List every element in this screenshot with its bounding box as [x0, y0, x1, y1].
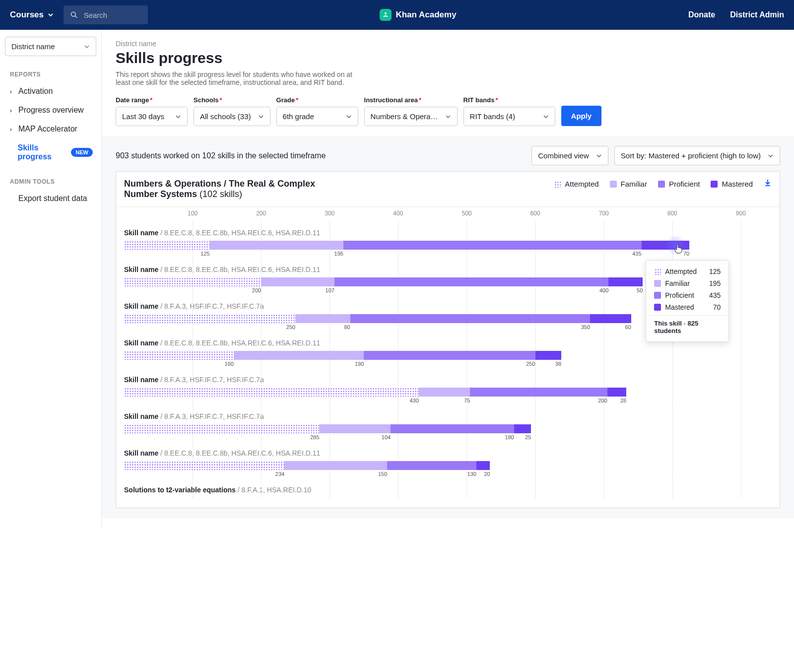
- bar-segment-proficient[interactable]: 435: [343, 241, 642, 250]
- segment-value: 400: [599, 287, 608, 293]
- bar-segment-attempted[interactable]: 200: [124, 277, 261, 286]
- tooltip-row: Proficient435: [654, 291, 721, 299]
- bar-segment-proficient[interactable]: 250: [364, 351, 535, 360]
- skill-label: Solutions to t2-variable equations / 8.F…: [124, 486, 772, 494]
- filter-grade: Grade* 6th grade: [276, 96, 358, 126]
- bar-segment-mastered[interactable]: 60: [590, 314, 631, 323]
- segment-value: 285: [310, 434, 319, 440]
- bar-segment-mastered[interactable]: 20: [476, 461, 490, 470]
- sidebar-item-progress-overview[interactable]: ›Progress overview: [5, 101, 96, 120]
- sidebar-item-export-student-data[interactable]: Export student data: [5, 189, 96, 208]
- bar-segment-attempted[interactable]: 234: [124, 461, 284, 470]
- segment-value: 25: [525, 434, 531, 440]
- chart-area: 903 students worked on 102 skills in the…: [102, 136, 794, 518]
- segment-value: 104: [382, 434, 391, 440]
- bar-segment-attempted[interactable]: 430: [124, 388, 419, 397]
- courses-dropdown[interactable]: Courses: [10, 10, 54, 20]
- grade-select[interactable]: 6th grade: [276, 107, 358, 126]
- bar-segment-mastered[interactable]: 50: [608, 277, 643, 286]
- bar-segment-familiar[interactable]: 107: [261, 277, 334, 286]
- date-range-select[interactable]: Last 30 days: [116, 107, 188, 126]
- bar-segment-proficient[interactable]: 350: [350, 314, 590, 323]
- bar-segment-familiar[interactable]: 195: [210, 241, 343, 250]
- bar-segment-attempted[interactable]: 160: [124, 351, 234, 360]
- swatch-attempted-icon: [654, 268, 661, 275]
- stacked-bar[interactable]: 20010740050: [124, 277, 643, 286]
- segment-value: 28: [620, 398, 626, 403]
- axis-tick: 200: [256, 210, 266, 217]
- bar-segment-mastered[interactable]: 38: [535, 351, 561, 360]
- bar-segment-proficient[interactable]: 400: [334, 277, 608, 286]
- bar-segment-familiar[interactable]: 75: [419, 388, 470, 397]
- segment-value: 200: [252, 287, 261, 293]
- segment-value: 234: [275, 471, 284, 477]
- search-input[interactable]: [84, 11, 141, 19]
- swatch-proficient-icon: [658, 181, 665, 188]
- chevron-down-icon: [768, 153, 774, 159]
- skill-row[interactable]: Skill name / 8.EE.C.8, 8.EE.C.8b, HSA.RE…: [124, 449, 772, 478]
- segment-value: 38: [555, 361, 561, 367]
- page-description: This report shows the skill progress lev…: [116, 70, 354, 86]
- search-box[interactable]: [64, 5, 148, 24]
- segment-value: 75: [464, 398, 470, 403]
- stacked-bar[interactable]: 12519543570: [124, 241, 689, 250]
- svg-point-2: [385, 12, 387, 14]
- segment-value: 350: [581, 324, 590, 330]
- bar-segment-mastered[interactable]: 25: [514, 424, 531, 433]
- stacked-bar[interactable]: 4307520028: [124, 388, 626, 397]
- bar-segment-attempted[interactable]: 125: [124, 241, 210, 250]
- segment-value: 200: [598, 398, 607, 403]
- axis-tick: 100: [188, 210, 198, 217]
- skill-row[interactable]: Skill name / 8.EE.C.8, 8.EE.C.8b, HSA.RE…: [124, 229, 772, 258]
- view-select[interactable]: Combined view: [531, 146, 608, 165]
- bar-segment-attempted[interactable]: 250: [124, 314, 295, 323]
- bar-segment-proficient[interactable]: 200: [470, 388, 607, 397]
- schools-select[interactable]: All schools (33): [194, 107, 270, 126]
- legend: Attempted Familiar Proficient Mastered: [554, 179, 772, 189]
- segment-value: 160: [225, 361, 234, 367]
- apply-button[interactable]: Apply: [561, 106, 602, 126]
- stacked-bar[interactable]: 23415013020: [124, 461, 490, 470]
- swatch-attempted-icon: [554, 181, 561, 188]
- page-title: Skills progress: [116, 50, 780, 67]
- district-admin-link[interactable]: District Admin: [730, 10, 784, 19]
- download-icon[interactable]: [764, 179, 772, 189]
- stacked-bar[interactable]: 28510418025: [124, 424, 531, 433]
- courses-label: Courses: [10, 10, 44, 20]
- donate-link[interactable]: Donate: [688, 10, 715, 19]
- bar-segment-familiar[interactable]: 150: [284, 461, 387, 470]
- sidebar-item-skills-progress[interactable]: Skills progressNEW: [5, 138, 96, 166]
- bar-segment-mastered[interactable]: 28: [607, 388, 627, 397]
- breadcrumb: District name: [116, 40, 780, 48]
- instructional-area-select[interactable]: Numbers & Operat...: [364, 107, 458, 126]
- stacked-bar[interactable]: 2508035060: [124, 314, 631, 323]
- stacked-bar[interactable]: 16019025038: [124, 351, 561, 360]
- segment-value: 435: [632, 251, 641, 257]
- filter-bar: Date range* Last 30 days Schools* All sc…: [116, 96, 780, 126]
- chevron-right-icon: ›: [8, 107, 13, 114]
- sort-select[interactable]: Sort by: Mastered + proficient (high to …: [614, 146, 780, 165]
- bar-segment-familiar[interactable]: 80: [295, 314, 350, 323]
- brand[interactable]: Khan Academy: [148, 9, 688, 21]
- bar-segment-familiar[interactable]: 190: [234, 351, 364, 360]
- skill-row[interactable]: Skill name / 8.F.A.3, HSF.IF.C.7, HSF.IF…: [124, 412, 772, 441]
- bar-segment-proficient[interactable]: 130: [387, 461, 476, 470]
- bar-segment-attempted[interactable]: 285: [124, 424, 320, 433]
- sidebar-item-label: Activation: [18, 87, 53, 96]
- filter-rit-bands: RIT bands* RIT bands (4): [463, 96, 555, 126]
- students-summary: 903 students worked on 102 skills in the…: [116, 151, 326, 160]
- segment-value: 430: [409, 398, 418, 403]
- sidebar-item-activation[interactable]: ›Activation: [5, 82, 96, 101]
- bar-segment-mastered[interactable]: 70: [642, 241, 690, 250]
- skill-row[interactable]: Skill name / 8.EE.C.8, 8.EE.C.8b, HSA.RE…: [124, 339, 772, 368]
- skill-row[interactable]: Skill name / 8.F.A.3, HSF.IF.C.7, HSF.IF…: [124, 376, 772, 404]
- swatch-familiar-icon: [610, 181, 617, 188]
- bar-segment-proficient[interactable]: 180: [391, 424, 514, 433]
- skill-row[interactable]: Solutions to t2-variable equations / 8.F…: [124, 486, 772, 494]
- sidebar-item-map-accelerator[interactable]: ›MAP Accelerator: [5, 120, 96, 138]
- chevron-down-icon: [346, 114, 352, 120]
- rit-bands-select[interactable]: RIT bands (4): [463, 107, 555, 126]
- district-select[interactable]: District name: [5, 37, 96, 56]
- bar-segment-familiar[interactable]: 104: [320, 424, 391, 433]
- axis-tick: 300: [325, 210, 334, 217]
